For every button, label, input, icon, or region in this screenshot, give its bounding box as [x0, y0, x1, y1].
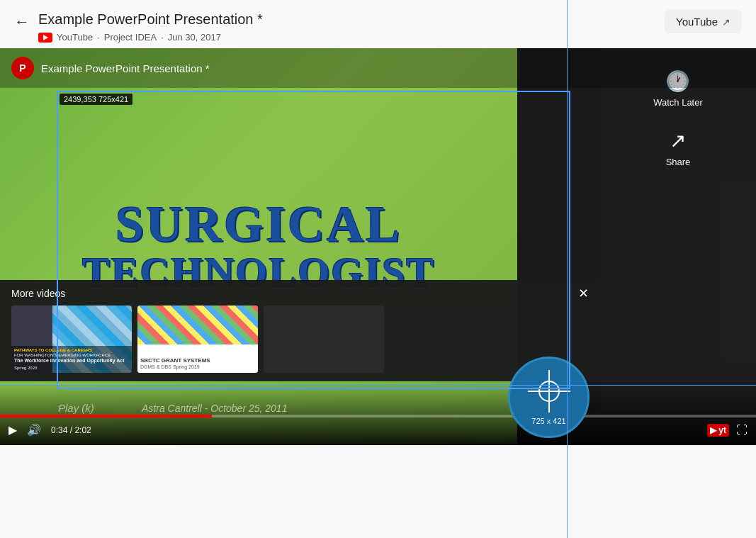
thumb1-title: The Workforce Innovation and Opportunity… — [14, 358, 129, 364]
video-controls: ▶ 🔊 0:34 / 2:02 ▶ yt ⛶ — [0, 381, 756, 445]
crosshair-circle-ring — [538, 381, 560, 402]
meta-dot1: · — [97, 32, 100, 43]
time-display: 0:34 / 2:02 — [51, 425, 91, 435]
thumb-img-3 — [264, 306, 384, 373]
page-title: Example PowerPoint Presentation * — [38, 10, 263, 28]
play-icon: ▶ — [9, 423, 17, 437]
thumb2-text-overlay: SBCTC GRANT SYSTEMS DGMS & DBS Spring 20… — [137, 354, 258, 373]
meta-channel: YouTube — [57, 32, 93, 43]
progress-bar[interactable] — [0, 415, 756, 417]
bottom-video-title: Astra Cantrell - October 25, 2011 — [142, 403, 287, 414]
more-videos-header: More videos ✕ — [0, 280, 600, 306]
volume-icon: 🔊 — [27, 423, 41, 437]
controls-left: ▶ 🔊 0:34 / 2:02 — [9, 423, 91, 437]
more-videos-panel: More videos ✕ PATHWAYS TO COLLEGE & CARE… — [0, 280, 600, 381]
external-link-icon: ↗ — [722, 16, 730, 28]
meta-date: Jun 30, 2017 — [168, 32, 221, 43]
crosshair-indicator: 725 x 421 — [508, 357, 589, 438]
yt-logo-badge: ▶ yt — [707, 424, 729, 437]
size-label-circle: 725 x 421 — [531, 417, 565, 425]
meta-dot2: · — [161, 32, 164, 43]
youtube-external-button[interactable]: YouTube ↗ — [665, 10, 742, 33]
surgical-title-line1: SURGICAL — [115, 198, 402, 250]
thumb2-sub: DGMS & DBS Spring 2019 — [140, 364, 255, 370]
more-videos-title: More videos — [11, 288, 65, 299]
title-area: Example PowerPoint Presentation * YouTub… — [38, 10, 263, 43]
channel-avatar: P — [11, 57, 34, 79]
fullscreen-icon: ⛶ — [736, 424, 747, 437]
page-header: ← Example PowerPoint Presentation * YouT… — [0, 0, 756, 48]
meta-row: YouTube · Project IDEA · Jun 30, 2017 — [38, 32, 263, 43]
youtube-icon-small — [38, 33, 52, 43]
coord-label: 2439,353 725x421 — [60, 94, 132, 105]
thumb-img-2: SBCTC GRANT SYSTEMS DGMS & DBS Spring 20… — [137, 306, 258, 373]
thumbnail-card-2[interactable]: SBCTC GRANT SYSTEMS DGMS & DBS Spring 20… — [137, 306, 258, 373]
volume-button[interactable]: 🔊 — [27, 423, 41, 437]
controls-right: ▶ yt ⛶ — [707, 424, 747, 437]
thumbnail-card-1[interactable]: PATHWAYS TO COLLEGE & CAREERS FOR WASHIN… — [11, 306, 132, 373]
video-player[interactable]: SURGICAL TECHNOLOGIST P Example PowerPoi… — [0, 48, 756, 445]
time-current: 0:34 — [51, 425, 67, 435]
share-button[interactable]: ↗ Share — [666, 129, 691, 167]
thumb-img-4 — [390, 306, 510, 373]
share-label: Share — [666, 157, 691, 167]
thumbnail-card-4[interactable] — [390, 306, 510, 373]
progress-fill — [0, 415, 212, 417]
watch-later-label: Watch Later — [653, 97, 703, 108]
header-left: ← Example PowerPoint Presentation * YouT… — [14, 10, 263, 43]
fullscreen-button[interactable]: ⛶ — [736, 424, 747, 437]
thumb1-sub: Spring 2020 — [14, 366, 129, 371]
video-title-in-player: Example PowerPoint Presentation * — [41, 62, 210, 74]
crosshair-inner — [528, 370, 570, 413]
thumb1-text-overlay: PATHWAYS TO COLLEGE & CAREERS FOR WASHIN… — [11, 346, 132, 373]
controls-row: ▶ 🔊 0:34 / 2:02 ▶ yt ⛶ — [0, 423, 756, 445]
thumb-img-1: PATHWAYS TO COLLEGE & CAREERS FOR WASHIN… — [11, 306, 132, 373]
thumb2-title: SBCTC GRANT SYSTEMS — [140, 357, 255, 364]
thumbnail-card-3[interactable] — [264, 306, 384, 373]
meta-project: Project IDEA — [104, 32, 157, 43]
back-button[interactable]: ← — [14, 13, 30, 31]
more-videos-close-button[interactable]: ✕ — [578, 287, 589, 300]
youtube-btn-label: YouTube — [676, 16, 718, 28]
play-k-label: Play (k) — [58, 402, 94, 414]
video-thumbnails: PATHWAYS TO COLLEGE & CAREERS FOR WASHIN… — [0, 306, 600, 381]
share-icon: ↗ — [670, 129, 686, 152]
time-total: 2:02 — [74, 425, 91, 435]
video-top-bar: P Example PowerPoint Presentation * — [0, 48, 756, 88]
play-button[interactable]: ▶ — [9, 423, 17, 437]
